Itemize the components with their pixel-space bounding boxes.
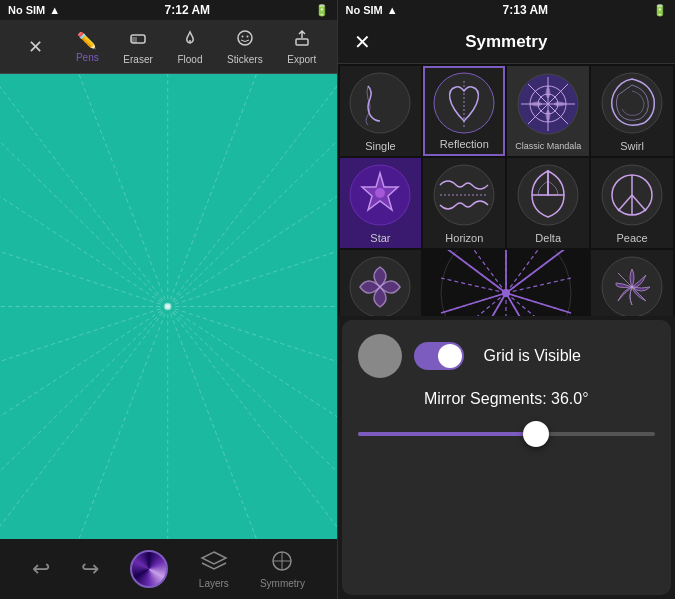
symmetry-button[interactable]: Symmetry — [260, 550, 305, 589]
close-button[interactable]: ✕ — [12, 28, 59, 66]
battery-icon-left: 🔋 — [315, 4, 329, 17]
symmetry-sunset[interactable]: Sunset — [591, 250, 673, 316]
toolbar: ✕ ✏️ Pens Eraser Flood Stickers — [0, 20, 337, 74]
symmetry-classic-mandala[interactable]: Classic Mandala — [507, 66, 589, 156]
horizon-preview — [423, 158, 505, 232]
symmetry-quad[interactable]: Quad — [340, 250, 422, 316]
symmetry-swirl[interactable]: Swirl — [591, 66, 673, 156]
color-picker[interactable] — [130, 550, 168, 588]
single-preview — [340, 66, 422, 140]
battery-icon-right: 🔋 — [653, 4, 667, 17]
symmetry-title: Symmetry — [465, 32, 547, 52]
pens-label: Pens — [76, 52, 99, 63]
toolbar-stickers[interactable]: Stickers — [219, 25, 271, 69]
symmetry-header: ✕ Symmetry — [338, 20, 676, 64]
symmetry-grid: Single Reflection — [338, 64, 676, 316]
close-icon: ✕ — [20, 32, 51, 62]
swirl-preview — [591, 66, 673, 140]
symmetry-close-button[interactable]: ✕ — [354, 30, 371, 54]
grid-preview-circle — [358, 334, 402, 378]
symmetry-star[interactable]: Star — [340, 158, 422, 248]
svg-rect-1 — [131, 37, 137, 43]
eraser-label: Eraser — [123, 54, 152, 65]
carrier-right: No SIM — [346, 4, 383, 16]
toggle-knob — [438, 344, 462, 368]
stickers-label: Stickers — [227, 54, 263, 65]
slider-thumb[interactable] — [523, 421, 549, 447]
mirror-segments-row: Mirror Segments: 36.0° — [358, 390, 656, 408]
large-preview-area — [423, 250, 589, 316]
mirror-segments-slider-container — [358, 420, 656, 448]
right-status-right: 🔋 — [653, 4, 667, 17]
symmetry-large-preview — [423, 250, 589, 316]
left-status-left: No SIM ▲ — [8, 4, 60, 16]
status-bar-right: No SIM ▲ 7:13 AM 🔋 — [338, 0, 676, 20]
svg-point-5 — [246, 35, 248, 37]
svg-point-36 — [350, 73, 410, 133]
toolbar-pens[interactable]: ✏️ Pens — [68, 27, 107, 67]
pens-icon: ✏️ — [77, 31, 97, 50]
svg-point-2 — [189, 40, 191, 42]
carrier-left: No SIM — [8, 4, 45, 16]
symmetry-single[interactable]: Single — [340, 66, 422, 156]
horizon-label: Horizon — [445, 232, 483, 244]
layers-icon — [200, 550, 228, 576]
peace-label: Peace — [616, 232, 647, 244]
reflection-preview — [425, 68, 503, 138]
svg-point-4 — [241, 35, 243, 37]
layers-button[interactable]: Layers — [199, 550, 229, 589]
grid-visible-toggle[interactable] — [414, 342, 464, 370]
symmetry-peace[interactable]: Peace — [591, 158, 673, 248]
eraser-icon — [129, 29, 147, 52]
canvas-area[interactable] — [0, 74, 337, 539]
toolbar-eraser[interactable]: Eraser — [115, 25, 160, 69]
symmetry-delta[interactable]: Delta — [507, 158, 589, 248]
status-bar-left: No SIM ▲ 7:12 AM 🔋 — [0, 0, 337, 20]
export-label: Export — [287, 54, 316, 65]
grid-visible-label: Grid is Visible — [484, 347, 582, 365]
symmetry-icon — [268, 550, 296, 576]
symmetry-horizon[interactable]: Horizon — [423, 158, 505, 248]
reflection-label: Reflection — [440, 138, 489, 150]
symmetry-controls: Grid is Visible Mirror Segments: 36.0° — [342, 320, 672, 596]
time-right: 7:13 AM — [503, 3, 549, 17]
peace-preview — [591, 158, 673, 232]
left-status-right: No SIM ▲ — [346, 4, 398, 16]
flood-icon — [181, 29, 199, 52]
symmetry-reflection[interactable]: Reflection — [423, 66, 505, 156]
redo-button[interactable]: ↪ — [81, 556, 99, 582]
flood-label: Flood — [177, 54, 202, 65]
svg-point-32 — [165, 303, 171, 309]
classic-mandala-label: Classic Mandala — [515, 142, 581, 152]
single-label: Single — [365, 140, 396, 152]
delta-preview — [507, 158, 589, 232]
stickers-icon — [236, 29, 254, 52]
left-panel: No SIM ▲ 7:12 AM 🔋 ✕ ✏️ Pens Eraser Floo… — [0, 0, 337, 599]
quad-preview — [340, 250, 422, 316]
bottom-bar-left: ↩ ↪ Layers Symmetry — [0, 539, 337, 599]
svg-point-48 — [375, 188, 385, 198]
right-panel: No SIM ▲ 7:13 AM 🔋 ✕ Symmetry Single — [338, 0, 676, 599]
grid-visible-row: Grid is Visible — [358, 334, 656, 378]
toolbar-flood[interactable]: Flood — [169, 25, 210, 69]
canvas-lines-svg — [0, 74, 337, 539]
swirl-label: Swirl — [620, 140, 644, 152]
export-icon — [293, 29, 311, 52]
classic-mandala-preview — [507, 66, 589, 142]
wifi-icon: ▲ — [49, 4, 60, 16]
mirror-segments-label: Mirror Segments: 36.0° — [424, 390, 589, 407]
svg-point-3 — [238, 31, 252, 45]
undo-button[interactable]: ↩ — [32, 556, 50, 582]
redo-icon: ↪ — [81, 556, 99, 582]
delta-label: Delta — [535, 232, 561, 244]
star-preview — [340, 158, 422, 232]
star-label: Star — [370, 232, 390, 244]
slider-track — [358, 432, 656, 436]
layers-label: Layers — [199, 578, 229, 589]
wifi-icon-right: ▲ — [387, 4, 398, 16]
svg-rect-6 — [296, 39, 308, 45]
undo-icon: ↩ — [32, 556, 50, 582]
symmetry-label: Symmetry — [260, 578, 305, 589]
toolbar-export[interactable]: Export — [279, 25, 324, 69]
sunset-preview — [591, 250, 673, 316]
